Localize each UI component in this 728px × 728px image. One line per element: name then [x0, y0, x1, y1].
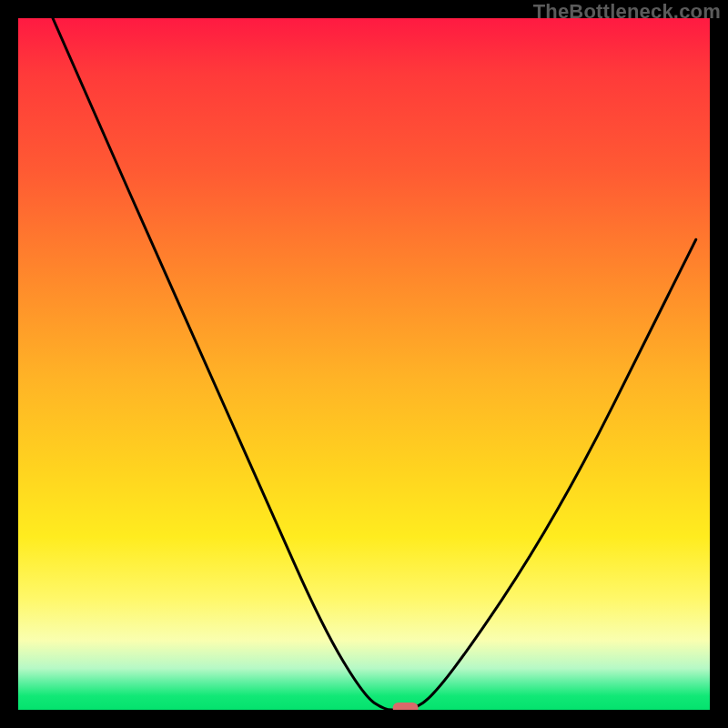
plot-area	[18, 18, 710, 710]
watermark-label: TheBottleneck.com	[533, 0, 721, 24]
chart-svg	[18, 18, 710, 710]
chart-container: TheBottleneck.com	[0, 0, 728, 728]
min-marker	[393, 703, 419, 710]
bottleneck-curve	[53, 18, 696, 710]
